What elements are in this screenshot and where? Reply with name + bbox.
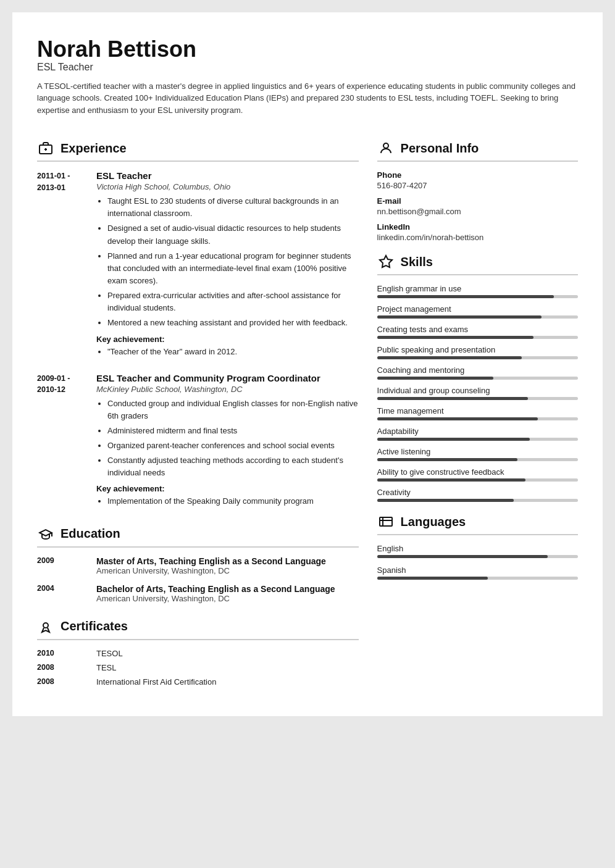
lang-bar-bg	[377, 555, 578, 558]
edu-2-content: Bachelor of Arts, Teaching English as a …	[96, 584, 335, 603]
skill-bar-bg	[377, 356, 578, 359]
skill-bar-bg	[377, 315, 578, 319]
skill-bar-fill	[377, 478, 526, 482]
skill-item-2: Creating tests and exams	[377, 325, 578, 339]
phone-label: Phone	[377, 170, 578, 180]
skill-bar-bg	[377, 458, 578, 461]
skill-name: English grammar in use	[377, 284, 578, 293]
lang-bar-fill	[377, 577, 488, 580]
linkedin-label: LinkedIn	[377, 222, 578, 232]
skill-name: Ability to give constructive feedback	[377, 467, 578, 477]
skill-name: Individual and group counseling	[377, 386, 578, 395]
list-item: Mentored a new teaching assistant and pr…	[107, 317, 359, 329]
list-item: Planned and run a 1-year educational pro…	[107, 250, 359, 287]
languages-list: English Spanish	[377, 544, 578, 580]
edu-2-degree: Bachelor of Arts, Teaching English as a …	[96, 584, 335, 594]
edu-entry-2: 2004 Bachelor of Arts, Teaching English …	[37, 584, 359, 603]
edu-2-school: American University, Washington, DC	[96, 594, 335, 603]
education-title: Education	[61, 527, 120, 541]
lang-bar-fill	[377, 555, 548, 558]
skill-item-4: Coaching and mentoring	[377, 365, 578, 380]
skill-bar-bg	[377, 438, 578, 441]
experience-icon	[37, 140, 54, 157]
phone-value: 516-807-4207	[377, 181, 578, 190]
skill-bar-fill	[377, 458, 518, 461]
job-1-dates: 2011-01 - 2013-01	[37, 170, 86, 361]
lang-item-1: Spanish	[377, 565, 578, 580]
personal-info-header: Personal Info	[377, 140, 578, 162]
lang-bar-bg	[377, 577, 578, 580]
job-1-school: Victoria High School, Columbus, Ohio	[96, 182, 359, 191]
job-1-title: ESL Teacher	[96, 170, 359, 181]
skills-list: English grammar in use Project managemen…	[377, 284, 578, 502]
list-item: Conducted group and individual English c…	[107, 398, 359, 422]
cert-2-name: TESL	[96, 663, 117, 672]
certificates-section-header: Certificates	[37, 618, 359, 640]
edu-1-school: American University, Washington, DC	[96, 566, 326, 575]
skill-item-7: Adaptability	[377, 427, 578, 441]
skill-item-9: Ability to give constructive feedback	[377, 467, 578, 482]
cert-1-name: TESOL	[96, 649, 123, 658]
job-1-content: ESL Teacher Victoria High School, Columb…	[96, 170, 359, 361]
skills-section-header: Skills	[377, 253, 578, 275]
certificates-icon	[37, 618, 54, 635]
skill-name: Creating tests and exams	[377, 325, 578, 334]
skill-name: Creativity	[377, 488, 578, 497]
cert-3-year: 2008	[37, 677, 86, 686]
candidate-summary: A TESOL-certified teacher with a master'…	[37, 80, 578, 117]
edu-1-year: 2009	[37, 556, 86, 575]
list-item: Prepared extra-curricular activities and…	[107, 290, 359, 314]
skills-icon	[377, 253, 395, 270]
skill-item-8: Active listening	[377, 447, 578, 461]
list-item: Implementation of the Speaking Daily com…	[107, 495, 359, 507]
edu-2-year: 2004	[37, 584, 86, 603]
experience-title: Experience	[61, 141, 127, 156]
cert-3-name: International First Aid Certification	[96, 677, 216, 686]
email-value: nn.bettison@gmail.com	[377, 207, 578, 216]
lang-item-0: English	[377, 544, 578, 558]
skills-title: Skills	[401, 255, 433, 269]
skill-name: Active listening	[377, 447, 578, 456]
skill-item-6: Time management	[377, 406, 578, 420]
list-item: Designed a set of audio-visual didactic …	[107, 222, 359, 247]
list-item: Constantly adjusted teaching methods acc…	[107, 454, 359, 479]
skill-name: Adaptability	[377, 427, 578, 436]
job-entry-1: 2011-01 - 2013-01 ESL Teacher Victoria H…	[37, 170, 359, 361]
skill-bar-fill	[377, 499, 514, 502]
personal-info-icon	[377, 140, 395, 157]
languages-title: Languages	[401, 515, 466, 529]
education-icon	[37, 525, 54, 543]
personal-info-title: Personal Info	[401, 141, 479, 156]
certificates-title: Certificates	[61, 619, 128, 633]
cert-entry-3: 2008 International First Aid Certificati…	[37, 677, 359, 686]
right-column: Personal Info Phone 516-807-4207 E-mail …	[377, 140, 578, 691]
education-section-header: Education	[37, 525, 359, 548]
email-label: E-mail	[377, 196, 578, 206]
resume-container: Norah Bettison ESL Teacher A TESOL-certi…	[12, 12, 603, 716]
skill-bar-bg	[377, 417, 578, 420]
header-section: Norah Bettison ESL Teacher A TESOL-certi…	[37, 37, 578, 128]
edu-1-content: Master of Arts, Teaching English as a Se…	[96, 556, 326, 575]
skill-bar-fill	[377, 397, 528, 400]
edu-1-degree: Master of Arts, Teaching English as a Se…	[96, 556, 326, 566]
list-item: Taught ESL to 230 students of diverse cu…	[107, 195, 359, 220]
skill-bar-fill	[377, 377, 494, 380]
skill-bar-bg	[377, 295, 578, 298]
job-1-achievement-label: Key achievement:	[96, 335, 359, 344]
skill-bar-bg	[377, 478, 578, 482]
lang-name: English	[377, 544, 578, 553]
skill-bar-bg	[377, 397, 578, 400]
lang-name: Spanish	[377, 565, 578, 575]
job-2-school: McKinley Public School, Washington, DC	[96, 385, 359, 394]
skill-item-1: Project management	[377, 304, 578, 319]
skill-name: Time management	[377, 406, 578, 415]
list-item: "Teacher of the Year" award in 2012.	[107, 346, 359, 358]
skill-bar-fill	[377, 356, 522, 359]
cert-2-year: 2008	[37, 663, 86, 672]
job-1-bullets: Taught ESL to 230 students of diverse cu…	[96, 195, 359, 329]
cert-1-year: 2010	[37, 649, 86, 658]
edu-entry-1: 2009 Master of Arts, Teaching English as…	[37, 556, 359, 575]
languages-icon	[377, 513, 395, 530]
job-2-dates: 2009-01 - 2010-12	[37, 373, 86, 511]
skill-bar-fill	[377, 417, 538, 420]
